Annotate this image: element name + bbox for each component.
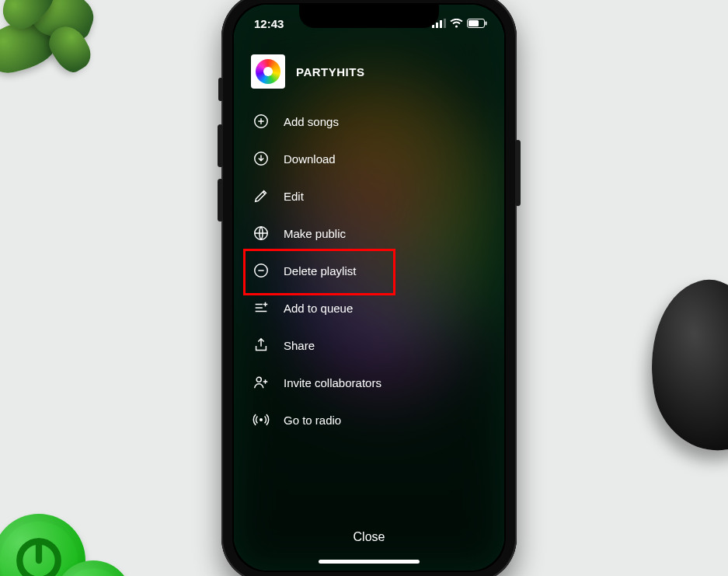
svg-rect-4 (440, 20, 442, 28)
menu-item-add-to-queue[interactable]: Add to queue (251, 289, 487, 326)
radio-icon (253, 411, 270, 428)
globe-icon (253, 225, 270, 242)
menu-item-go-to-radio[interactable]: Go to radio (251, 401, 487, 438)
minus-circle-icon (253, 262, 270, 279)
wifi-icon (450, 19, 463, 28)
close-label: Close (354, 530, 385, 543)
menu-item-label: Edit (284, 190, 304, 203)
action-menu: Add songs Download Edit (251, 103, 487, 438)
playlist-title: PARTYHITS (296, 65, 364, 79)
menu-item-edit[interactable]: Edit (251, 177, 487, 215)
menu-item-make-public[interactable]: Make public (251, 215, 487, 252)
svg-point-14 (256, 377, 261, 382)
playlist-header: PARTYHITS (251, 54, 487, 89)
desk-mouse (636, 271, 728, 460)
menu-item-delete-playlist[interactable]: Delete playlist (251, 252, 487, 289)
menu-item-label: Add songs (284, 115, 339, 128)
menu-item-label: Add to queue (284, 302, 353, 315)
menu-item-label: Share (284, 339, 315, 352)
download-circle-icon (253, 150, 270, 167)
queue-icon (253, 299, 270, 316)
phone-screen: 12:43 (234, 5, 504, 571)
menu-item-add-songs[interactable]: Add songs (251, 103, 487, 140)
menu-item-label: Make public (284, 227, 346, 240)
playlist-artwork (251, 54, 285, 89)
svg-rect-2 (432, 25, 434, 28)
share-icon (253, 337, 270, 354)
svg-rect-9 (468, 20, 479, 26)
pencil-icon (253, 187, 270, 204)
svg-rect-3 (436, 23, 438, 28)
svg-point-15 (260, 418, 263, 421)
svg-point-6 (455, 25, 458, 27)
menu-item-download[interactable]: Download (251, 140, 487, 177)
status-time: 12:43 (254, 17, 284, 30)
menu-item-label: Download (284, 152, 336, 166)
phone-frame: 12:43 (221, 0, 517, 576)
menu-item-label: Invite collaborators (284, 376, 381, 389)
svg-rect-5 (444, 19, 446, 28)
menu-item-invite-collaborators[interactable]: Invite collaborators (251, 364, 487, 401)
home-indicator[interactable] (319, 560, 420, 564)
plus-circle-icon (253, 113, 270, 130)
menu-item-share[interactable]: Share (251, 326, 487, 364)
playlist-action-sheet: PARTYHITS Add songs Download (234, 39, 504, 438)
menu-item-label: Go to radio (284, 414, 341, 427)
person-plus-icon (253, 374, 270, 391)
svg-rect-8 (486, 22, 487, 26)
battery-icon (467, 19, 487, 28)
menu-item-label: Delete playlist (284, 264, 356, 278)
desk-plant (0, 0, 101, 93)
status-indicators (432, 19, 487, 28)
phone-notch (299, 5, 439, 28)
close-button[interactable]: Close (234, 530, 504, 544)
